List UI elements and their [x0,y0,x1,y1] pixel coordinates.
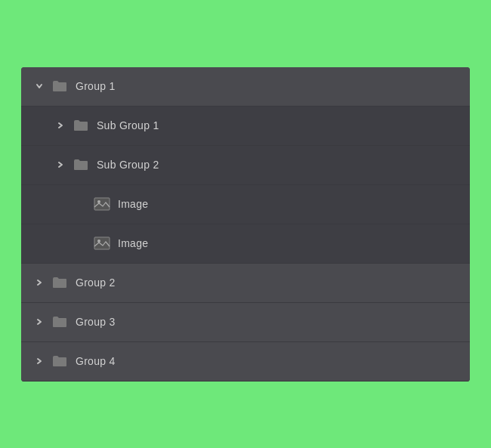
tree-item-subgroup1[interactable]: Sub Group 1 [21,107,470,146]
chevron-right-icon [33,316,45,328]
tree-item-group1[interactable]: Group 1 [21,67,470,107]
folder-icon [51,354,68,368]
chevron-right-icon [54,159,66,171]
tree-item-image1[interactable]: Image [21,185,470,224]
image1-label: Image [118,198,148,210]
tree-item-group3[interactable]: Group 3 [21,303,470,342]
group2-label: Group 2 [76,277,116,289]
tree-panel: Group 1 Sub Group 1 Sub Group 2 [21,67,470,382]
folder-icon [73,158,89,171]
folder-icon [51,315,68,329]
tree-item-image2[interactable]: Image [21,224,470,264]
folder-icon [51,276,68,289]
image-icon [94,236,110,250]
tree-item-group2[interactable]: Group 2 [21,264,470,303]
group3-label: Group 3 [76,316,116,328]
image-icon [94,197,110,211]
tree-item-group4[interactable]: Group 4 [21,342,470,382]
folder-icon [51,79,68,93]
group4-label: Group 4 [76,355,116,367]
chevron-right-icon [33,277,45,289]
tree-item-subgroup2[interactable]: Sub Group 2 [21,146,470,185]
subgroup1-label: Sub Group 1 [97,119,159,131]
chevron-right-icon [54,119,66,131]
chevron-down-icon [33,80,45,92]
subgroup2-label: Sub Group 2 [97,159,159,171]
folder-icon [73,119,89,132]
group1-label: Group 1 [76,80,116,92]
chevron-right-icon [33,355,45,367]
image2-label: Image [118,237,148,249]
